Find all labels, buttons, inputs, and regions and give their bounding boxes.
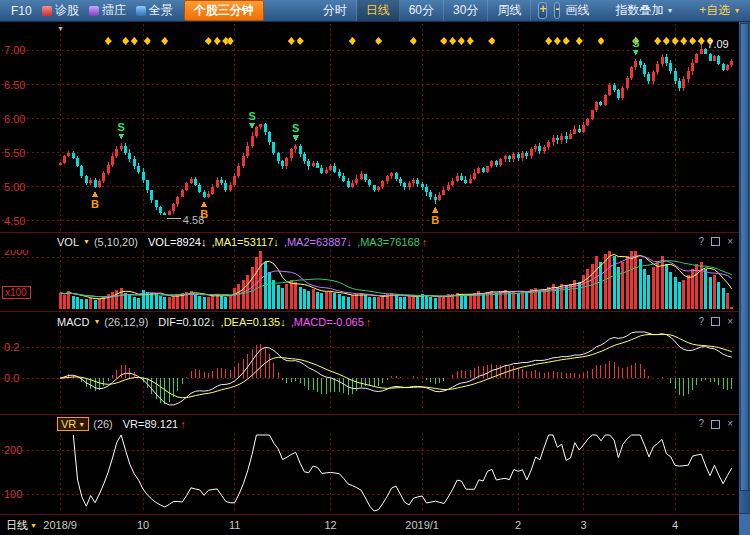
svg-text:200: 200 <box>4 444 22 456</box>
readout-segment: DIF=0.102↓ <box>158 316 215 328</box>
help-icon[interactable]: ? <box>699 237 705 247</box>
readout-segment: ,MA1=53117↓ <box>208 236 278 248</box>
svg-text:B: B <box>91 198 99 210</box>
diagnose-stock-button[interactable]: 诊股 <box>42 2 79 19</box>
period-tab-30min[interactable]: 30分 <box>444 0 488 21</box>
period-tab-daily[interactable]: 日线 <box>357 0 400 21</box>
readout-segment: VOL=8924↓ <box>148 236 206 248</box>
macd-window-buttons: ? × <box>699 317 733 327</box>
svg-text:7.00: 7.00 <box>4 44 25 56</box>
zoom-in-button[interactable]: + <box>538 2 547 19</box>
maximize-icon[interactable] <box>711 317 720 326</box>
panorama-button[interactable]: 全景 <box>136 2 173 19</box>
candlestick-series <box>59 44 734 215</box>
readout-segment: ,DEA=0.135↓ <box>218 316 286 328</box>
panorama-label: 全景 <box>149 2 173 19</box>
close-icon[interactable]: × <box>727 237 733 247</box>
svg-text:S: S <box>292 122 299 134</box>
period-tab-60min[interactable]: 60分 <box>400 0 444 21</box>
readout-segment: ,MA2=63887↓ <box>281 236 352 248</box>
chevron-down-icon: ▼ <box>666 7 673 14</box>
svg-text:4.58: 4.58 <box>183 214 204 226</box>
f10-button[interactable]: F10 <box>11 4 32 18</box>
readout-segment: ↑ <box>366 316 372 328</box>
readout-segment: ↑ <box>422 236 428 248</box>
diagnose-label: 诊股 <box>55 2 79 19</box>
stock-chart-app: F10 诊股 擂庄 全景 个股三分钟 分时 日线 60分 30分 周线 + - … <box>0 0 750 535</box>
macd-panel-header: MACD ▼ (26,12,9) DIF=0.102↓ ,DEA=0.135↓ … <box>0 311 739 331</box>
macd-readout: DIF=0.102↓ ,DEA=0.135↓ ,MACD=-0.065↑ <box>158 316 373 328</box>
macd-params: (26,12,9) <box>104 316 148 328</box>
svg-text:7.09: 7.09 <box>707 38 728 50</box>
date-label: 3 <box>559 519 609 531</box>
main-chart-dropdown[interactable]: ▼ <box>57 25 64 32</box>
bottom-period-selector[interactable]: 日线 ▼ <box>6 518 37 533</box>
scrollbar-corner <box>739 513 750 535</box>
date-label: 11 <box>210 519 260 531</box>
toolbar-right-group: 画线 指数叠加 ▼ +自选 ▼ <box>560 2 750 19</box>
add-watchlist-label: +自选 <box>699 2 730 19</box>
readout-segment: ↑ <box>180 418 186 430</box>
index-overlay-button[interactable]: 指数叠加 ▼ <box>615 2 673 19</box>
draw-line-button[interactable]: 画线 <box>565 2 589 19</box>
help-icon[interactable]: ? <box>699 419 705 429</box>
chevron-down-icon: ▼ <box>78 421 85 428</box>
diagnose-icon <box>42 6 52 16</box>
scrollbar-thumb[interactable] <box>740 23 749 491</box>
vol-readout: VOL=8924↓ ,MA1=53117↓ ,MA2=63887↓ ,MA3=7… <box>148 236 429 248</box>
svg-text:S: S <box>632 37 639 49</box>
svg-text:0.0: 0.0 <box>4 372 19 384</box>
date-label: 2 <box>493 519 543 531</box>
svg-text:5.00: 5.00 <box>4 181 25 193</box>
period-tab-weekly[interactable]: 周线 <box>488 0 531 21</box>
svg-text:S: S <box>118 121 125 133</box>
svg-text:6.00: 6.00 <box>4 113 25 125</box>
vr-readout: VR=89.121↑ <box>123 418 188 430</box>
period-tabs: 分时 日线 60分 30分 周线 <box>314 0 532 21</box>
close-icon[interactable]: × <box>727 419 733 429</box>
vr-plot <box>73 435 732 511</box>
vol-window-buttons: ? × <box>699 237 733 247</box>
vol-title[interactable]: VOL <box>57 236 79 248</box>
macd-plot <box>60 332 732 405</box>
maximize-icon[interactable] <box>711 420 720 429</box>
chevron-down-icon[interactable]: ▼ <box>83 238 90 245</box>
signal-markers: BBBSSSS7.094.58 <box>91 37 729 227</box>
top-toolbar: F10 诊股 擂庄 全景 个股三分钟 分时 日线 60分 30分 周线 + - … <box>0 0 750 22</box>
volume-bars <box>59 251 734 309</box>
period-tab-fenshi[interactable]: 分时 <box>314 0 357 21</box>
readout-segment: VR=89.121 <box>123 418 178 430</box>
chart-canvas[interactable]: 7.006.506.005.505.004.502000x1000.20.020… <box>0 22 739 514</box>
readout-segment: ,MA3=76168 <box>354 236 420 248</box>
bottom-period-label: 日线 <box>6 518 28 533</box>
maximize-icon[interactable] <box>711 237 720 246</box>
bottom-axis-bar: 日线 ▼ 2018/91011122019/1234 <box>0 514 739 535</box>
svg-text:100: 100 <box>4 488 22 500</box>
date-label: 12 <box>306 519 356 531</box>
svg-text:6.50: 6.50 <box>4 79 25 91</box>
svg-text:B: B <box>431 214 439 226</box>
chevron-down-icon[interactable]: ▼ <box>93 318 100 325</box>
vol-panel-header: VOL ▼ (5,10,20) VOL=8924↓ ,MA1=53117↓ ,M… <box>0 232 739 250</box>
date-label: 2018/9 <box>35 519 85 531</box>
date-label: 4 <box>650 519 700 531</box>
stock-3min-button[interactable]: 个股三分钟 <box>184 0 264 21</box>
add-watchlist-button[interactable]: +自选 ▼ <box>699 2 740 19</box>
vr-panel-header: VR ▼ (26) VR=89.121↑ ? × <box>0 414 739 433</box>
banker-monitor-button[interactable]: 擂庄 <box>89 2 126 19</box>
svg-text:x100: x100 <box>5 287 27 298</box>
banker-label: 擂庄 <box>102 2 126 19</box>
vr-title-box[interactable]: VR ▼ <box>57 417 89 431</box>
vr-params: (26) <box>93 418 113 430</box>
vr-window-buttons: ? × <box>699 419 733 429</box>
panorama-icon <box>136 6 146 16</box>
help-icon[interactable]: ? <box>699 317 705 327</box>
vertical-scrollbar[interactable] <box>739 22 750 535</box>
macd-title[interactable]: MACD <box>57 316 89 328</box>
svg-text:5.50: 5.50 <box>4 147 25 159</box>
date-label: 2019/1 <box>397 519 447 531</box>
vr-title: VR <box>61 418 76 430</box>
svg-text:0.2: 0.2 <box>4 341 19 353</box>
chevron-down-icon: ▼ <box>733 7 740 14</box>
close-icon[interactable]: × <box>727 317 733 327</box>
